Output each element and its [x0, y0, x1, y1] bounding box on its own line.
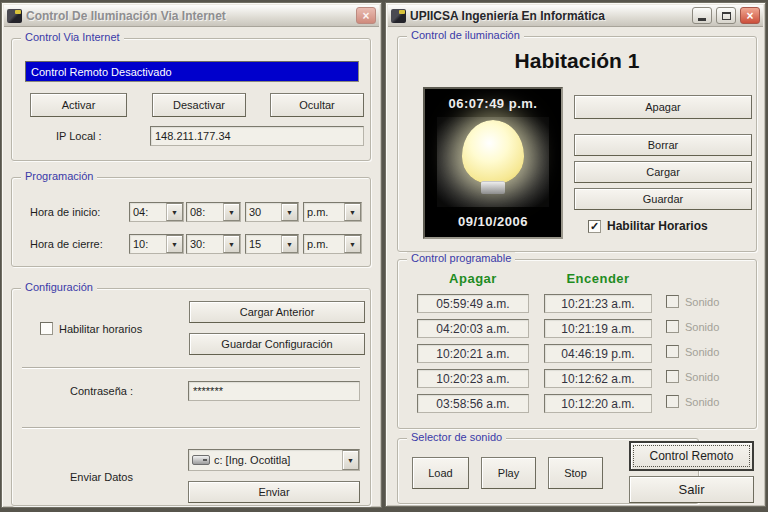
- apagar-time-field[interactable]: 10:20:21 a.m.: [417, 344, 529, 363]
- checkbox-disabled: [666, 320, 679, 333]
- habilitar-horarios-checkbox-row[interactable]: ✓ Habilitar Horarios: [588, 219, 708, 233]
- close-icon[interactable]: ×: [740, 7, 760, 24]
- checkbox-disabled: [666, 345, 679, 358]
- habilitar-horarios-checkbox-row[interactable]: Habilitar horarios: [40, 322, 142, 335]
- maximize-icon[interactable]: [716, 7, 736, 24]
- sonido-checkbox-row: Sonido: [666, 295, 719, 308]
- load-button[interactable]: Load: [412, 457, 469, 489]
- habilitar-horarios-label: Habilitar Horarios: [607, 219, 708, 233]
- drive-icon: [192, 455, 210, 465]
- chevron-down-icon[interactable]: ▼: [166, 235, 183, 253]
- cierre-ampm-select[interactable]: p.m. ▼: [303, 234, 362, 254]
- guardar-button[interactable]: Guardar: [574, 188, 752, 210]
- chevron-down-icon[interactable]: ▼: [166, 203, 183, 221]
- hora-cierre-label: Hora de cierre:: [30, 238, 103, 250]
- group-configuracion: Configuración Cargar Anterior Habilitar …: [11, 288, 371, 506]
- salir-button[interactable]: Salir: [629, 476, 754, 503]
- column-header-apagar: Apagar: [417, 271, 529, 286]
- apagar-time-field[interactable]: 03:58:56 a.m.: [417, 394, 529, 413]
- ip-field[interactable]: 148.211.177.34: [150, 126, 364, 146]
- apagar-time-field[interactable]: 10:20:23 a.m.: [417, 369, 529, 388]
- group-control-iluminacion: Control de iluminación Habitación 1 06:0…: [397, 36, 757, 252]
- drive-select[interactable]: c: [Ing. Ocotitla] ▼: [188, 449, 360, 471]
- apagar-button[interactable]: Apagar: [574, 95, 752, 119]
- sonido-label: Sonido: [685, 396, 719, 408]
- bulb-clock-panel: 06:07:49 p.m. 09/10/2006: [423, 87, 563, 239]
- window-title: Control De Iluminación Via Internet: [26, 9, 352, 23]
- control-remoto-button[interactable]: Control Remoto: [629, 441, 754, 471]
- clock-date: 09/10/2006: [425, 214, 561, 229]
- chevron-down-icon[interactable]: ▼: [344, 235, 361, 253]
- play-button[interactable]: Play: [481, 457, 536, 489]
- ip-label: IP Local :: [56, 130, 102, 142]
- apagar-time-field[interactable]: 04:20:03 a.m.: [417, 319, 529, 338]
- inicio-second-select[interactable]: 30 ▼: [245, 202, 299, 222]
- divider: [22, 427, 360, 429]
- group-control-programable: Control programable Apagar Encender 05:5…: [397, 259, 757, 429]
- encender-time-field[interactable]: 04:46:19 p.m.: [544, 344, 652, 363]
- apagar-time-field[interactable]: 05:59:49 a.m.: [417, 294, 529, 313]
- titlebar-left[interactable]: Control De Iluminación Via Internet ×: [4, 5, 379, 27]
- inicio-ampm-select[interactable]: p.m. ▼: [303, 202, 362, 222]
- divider: [22, 367, 360, 369]
- checkbox-disabled: [666, 395, 679, 408]
- group-control-via-internet: Control Via Internet Control Remoto Desa…: [11, 38, 371, 161]
- cierre-minute-select[interactable]: 30: ▼: [186, 234, 241, 254]
- encender-time-field[interactable]: 10:21:23 a.m.: [544, 294, 652, 313]
- app-icon: [391, 9, 406, 23]
- cargar-anterior-button[interactable]: Cargar Anterior: [189, 301, 365, 323]
- desactivar-button[interactable]: Desactivar: [152, 93, 246, 117]
- checkbox-disabled: [666, 295, 679, 308]
- room-heading: Habitación 1: [398, 49, 756, 73]
- sonido-checkbox-row: Sonido: [666, 320, 719, 333]
- cargar-button[interactable]: Cargar: [574, 161, 752, 183]
- close-icon[interactable]: ×: [356, 7, 376, 24]
- titlebar-right[interactable]: UPIICSA Ingeniería En Informática ×: [388, 5, 763, 27]
- sonido-checkbox-row: Sonido: [666, 395, 719, 408]
- enviar-button[interactable]: Enviar: [188, 481, 360, 503]
- enviar-datos-label: Enviar Datos: [70, 471, 133, 483]
- group-label: Configuración: [21, 281, 97, 293]
- checkbox-unchecked[interactable]: [40, 322, 53, 335]
- stop-button[interactable]: Stop: [548, 457, 603, 489]
- app-icon: [7, 9, 22, 23]
- sonido-label: Sonido: [685, 346, 719, 358]
- inicio-minute-select[interactable]: 08: ▼: [186, 202, 241, 222]
- habilitar-horarios-label: Habilitar horarios: [59, 323, 142, 335]
- chevron-down-icon[interactable]: ▼: [281, 235, 298, 253]
- contrasena-input[interactable]: [188, 381, 360, 401]
- cierre-second-select[interactable]: 15 ▼: [245, 234, 299, 254]
- group-label: Control de iluminación: [407, 29, 524, 41]
- activar-button[interactable]: Activar: [30, 93, 127, 117]
- sonido-checkbox-row: Sonido: [666, 370, 719, 383]
- window-upiicsa: UPIICSA Ingeniería En Informática × Cont…: [385, 2, 766, 507]
- status-bar: Control Remoto Desactivado: [25, 61, 359, 82]
- chevron-down-icon[interactable]: ▼: [344, 203, 361, 221]
- contrasena-label: Contraseña :: [70, 385, 133, 397]
- sonido-label: Sonido: [685, 321, 719, 333]
- encender-time-field[interactable]: 10:12:62 a.m.: [544, 369, 652, 388]
- guardar-configuracion-button[interactable]: Guardar Configuración: [189, 333, 365, 355]
- chevron-down-icon[interactable]: ▼: [281, 203, 298, 221]
- borrar-button[interactable]: Borrar: [574, 134, 752, 156]
- inicio-hour-select[interactable]: 04: ▼: [129, 202, 184, 222]
- group-label: Control programable: [407, 252, 515, 264]
- ocultar-button[interactable]: Ocultar: [270, 93, 364, 117]
- sonido-checkbox-row: Sonido: [666, 345, 719, 358]
- sonido-label: Sonido: [685, 371, 719, 383]
- chevron-down-icon[interactable]: ▼: [223, 235, 240, 253]
- group-programacion: Programación Hora de inicio: 04: ▼ 08: ▼…: [11, 177, 371, 267]
- group-label: Control Via Internet: [21, 31, 124, 43]
- window-title: UPIICSA Ingeniería En Informática: [410, 9, 688, 23]
- checkbox-checked[interactable]: ✓: [588, 220, 601, 233]
- encender-time-field[interactable]: 10:21:19 a.m.: [544, 319, 652, 338]
- cierre-hour-select[interactable]: 10: ▼: [129, 234, 184, 254]
- hora-inicio-label: Hora de inicio:: [30, 206, 100, 218]
- clock-time: 06:07:49 p.m.: [425, 96, 561, 111]
- encender-time-field[interactable]: 10:12:20 a.m.: [544, 394, 652, 413]
- group-label: Programación: [21, 170, 97, 182]
- group-label: Selector de sonido: [407, 431, 506, 443]
- minimize-icon[interactable]: [692, 7, 712, 24]
- chevron-down-icon[interactable]: ▼: [223, 203, 240, 221]
- chevron-down-icon[interactable]: ▼: [342, 450, 359, 470]
